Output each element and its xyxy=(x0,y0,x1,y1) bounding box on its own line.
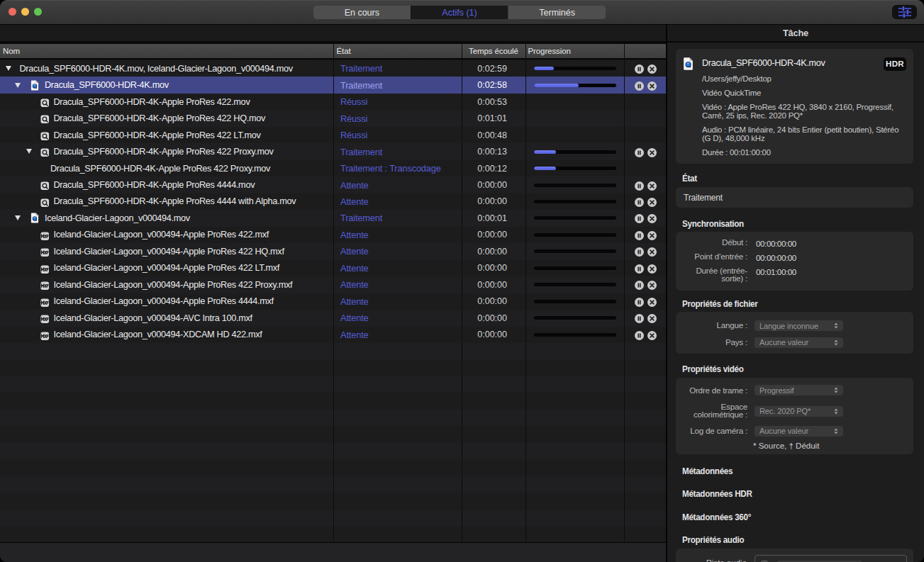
file-details-line: Vidéo QuickTime xyxy=(702,89,915,98)
video-card: Ordre de trame :Progressif Espacecolorim… xyxy=(676,378,913,455)
progress-bar xyxy=(534,233,616,237)
quicktime-icon xyxy=(40,132,50,141)
job-status: Attente xyxy=(340,176,369,193)
column-header-nom[interactable]: Nom xyxy=(3,44,20,58)
file-type-icon xyxy=(40,130,50,143)
column-header-progression[interactable]: Progression xyxy=(528,44,571,58)
zoom-button[interactable] xyxy=(34,8,42,16)
cancel-button[interactable] xyxy=(647,313,657,322)
job-status: Réussi xyxy=(340,127,367,143)
cancel-button[interactable] xyxy=(647,264,657,273)
close-button[interactable] xyxy=(9,8,16,16)
progress-bar xyxy=(534,249,616,253)
pause-button[interactable] xyxy=(635,247,644,256)
progress-bar-fill xyxy=(534,167,556,170)
quicktime-icon xyxy=(40,99,50,108)
pause-button[interactable] xyxy=(635,197,644,206)
job-elapsed-time: 0:00:00 xyxy=(462,293,507,310)
property-dropdown[interactable]: Aucune valeur xyxy=(755,337,843,348)
progress-bar xyxy=(534,84,616,87)
dropdown-value: Aucune valeur xyxy=(759,427,808,435)
etat-card: Traitement xyxy=(676,187,913,208)
file-type-icon xyxy=(40,297,50,310)
job-name: Dracula_SPF6000-HDR-4K-Apple ProRes 422 … xyxy=(54,110,266,126)
property-dropdown[interactable]: Progressif xyxy=(755,385,843,395)
tab-actifs[interactable]: Actifs (1) xyxy=(411,6,508,19)
file-details-paragraph: Vidéo QuickTime xyxy=(702,89,915,98)
cancel-button[interactable] xyxy=(647,230,657,240)
pause-button[interactable] xyxy=(635,64,644,73)
section-title-synchronisation: Synchronisation xyxy=(682,219,744,229)
cancel-button[interactable] xyxy=(647,147,657,157)
progress-bar-fill xyxy=(534,150,556,154)
progress-bar-fill xyxy=(534,84,579,87)
property-dropdown[interactable]: Rec. 2020 PQ* xyxy=(755,406,843,417)
column-header-etat[interactable]: État xyxy=(337,44,351,58)
disclosure-triangle-icon[interactable] xyxy=(15,83,21,88)
cancel-button[interactable] xyxy=(647,280,657,289)
cancel-button[interactable] xyxy=(647,181,657,190)
minimize-button[interactable] xyxy=(21,8,29,16)
cancel-icon xyxy=(647,264,657,274)
cancel-button[interactable] xyxy=(647,197,657,206)
pause-button[interactable] xyxy=(635,313,644,322)
inspector-file-name: Dracula_SPF6000-HDR-4K.mov xyxy=(702,58,825,68)
tab-termines[interactable]: Terminés xyxy=(508,6,606,19)
pause-button[interactable] xyxy=(635,81,644,90)
property-dropdown[interactable]: Aucune valeur xyxy=(755,426,843,437)
column-divider xyxy=(525,44,526,543)
pause-button[interactable] xyxy=(635,213,644,223)
cancel-icon xyxy=(647,281,657,290)
property-label: Pays : xyxy=(725,338,747,346)
cancel-icon xyxy=(647,64,657,74)
pause-button[interactable] xyxy=(635,181,644,190)
cancel-button[interactable] xyxy=(647,213,657,223)
sync-value: 00:00:00:00 xyxy=(756,239,796,248)
disclosure-triangle-icon[interactable] xyxy=(26,149,32,154)
job-name: Iceland-Glacier-Lagoon_v000494-AVC Intra… xyxy=(54,310,252,326)
disclosure-triangle-icon[interactable] xyxy=(6,66,11,71)
file-details-line: Durée : 00:01:00:00 xyxy=(702,149,915,157)
filter-button[interactable] xyxy=(892,5,917,19)
pause-button[interactable] xyxy=(635,147,644,157)
progress-bar xyxy=(534,283,616,286)
tab-en-cours[interactable]: En cours xyxy=(313,6,411,19)
property-label: Log de caméra : xyxy=(690,427,747,434)
disclosure-triangle-icon[interactable] xyxy=(15,215,21,220)
mxf-icon xyxy=(40,248,50,257)
job-elapsed-time: 0:00:00 xyxy=(462,227,507,243)
pause-button[interactable] xyxy=(635,297,644,306)
section-title-fichier: Propriétés de fichier xyxy=(682,299,758,309)
pause-button[interactable] xyxy=(635,230,644,240)
cancel-button[interactable] xyxy=(647,64,657,73)
cancel-icon xyxy=(647,214,657,223)
column-divider xyxy=(333,44,334,543)
mxf-icon xyxy=(40,332,50,341)
pause-button[interactable] xyxy=(635,330,644,339)
sync-label: Durée (entrée-sortie) : xyxy=(696,267,747,282)
cancel-button[interactable] xyxy=(647,247,657,256)
job-elapsed-time: 0:00:01 xyxy=(462,210,507,226)
pause-button[interactable] xyxy=(635,264,644,273)
column-header-temps[interactable]: Temps écoulé xyxy=(462,44,525,58)
job-name: Dracula_SPF6000-HDR-4K-Apple ProRes 422 … xyxy=(50,160,270,176)
pause-icon xyxy=(635,264,644,274)
mxf-icon xyxy=(40,265,50,274)
job-name: Dracula_SPF6000-HDR-4K-Apple ProRes 4444… xyxy=(54,193,296,210)
job-status: Traitement xyxy=(340,143,382,159)
file-details-line: /Users/jeffy/Desktop xyxy=(702,75,915,84)
property-dropdown[interactable]: Langue inconnue xyxy=(755,320,843,331)
table-top-gap xyxy=(0,25,666,41)
pause-button[interactable] xyxy=(635,280,644,289)
cancel-button[interactable] xyxy=(647,330,657,339)
dropdown-value: Aucune valeur xyxy=(759,338,808,347)
cancel-button[interactable] xyxy=(647,297,657,306)
progress-bar xyxy=(534,216,616,220)
pause-icon xyxy=(635,247,644,257)
file-type-icon xyxy=(40,197,50,210)
property-label: Ordre de trame : xyxy=(689,386,747,394)
mxf-icon xyxy=(40,281,50,291)
cancel-icon xyxy=(647,181,657,191)
cancel-button[interactable] xyxy=(647,81,657,90)
job-elapsed-time: 0:02:58 xyxy=(462,77,507,93)
